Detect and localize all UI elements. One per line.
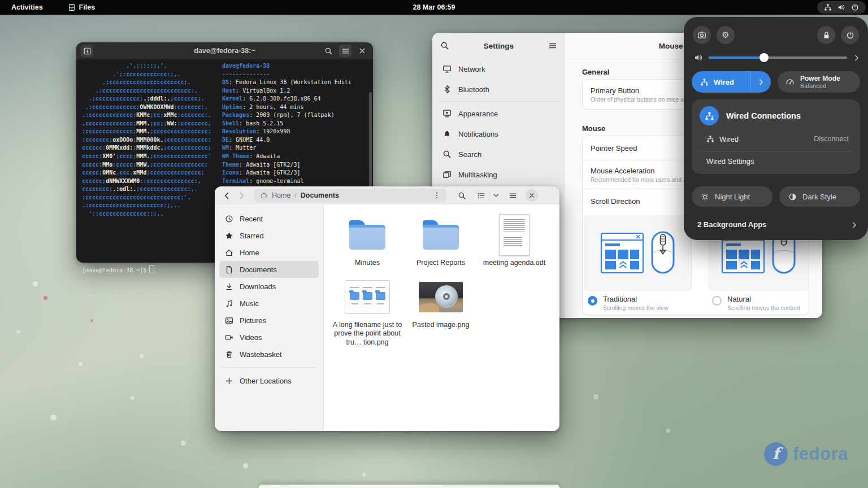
sidebar-item-label: Multitasking xyxy=(458,171,497,179)
disconnect-button[interactable]: Disconnect xyxy=(814,135,849,143)
wired-connection-row[interactable]: Wired Disconnect xyxy=(706,132,849,146)
lock-button[interactable] xyxy=(817,26,835,44)
divider xyxy=(700,151,852,152)
search-icon xyxy=(458,191,466,200)
file-item[interactable]: Minutes xyxy=(331,211,404,268)
sidebar-item-label: Network xyxy=(458,65,485,73)
neofetch-ascii-logo: .',;::::;,'. .';:cccccccccccc:;,. .;cccc… xyxy=(82,62,211,218)
breadcrumb[interactable]: Home / Documents xyxy=(254,189,446,202)
settings-sidebar-header[interactable]: Settings xyxy=(432,33,565,59)
files-sidebar-item-other-locations[interactable]: Other Locations xyxy=(219,372,319,389)
wired-network-icon xyxy=(824,3,832,11)
files-search-button[interactable] xyxy=(454,188,469,203)
traditional-option[interactable]: Traditional Scrolling moves the view xyxy=(588,295,669,311)
breadcrumb-root[interactable]: Home xyxy=(272,191,290,199)
night-light-toggle[interactable]: Night Light xyxy=(692,186,772,207)
files-sidebar-item-pictures[interactable]: Pictures xyxy=(219,312,319,329)
files-sidebar-label: Music xyxy=(240,299,259,308)
photo-thumbnail xyxy=(419,282,463,312)
settings-search-button[interactable] xyxy=(437,38,453,54)
top-bar: Activities Files 28 Mar 06:59 xyxy=(0,0,868,15)
chevron-right-icon[interactable] xyxy=(853,54,860,62)
screenshot-button[interactable] xyxy=(693,26,711,44)
files-sidebar-item-starred[interactable]: Starred xyxy=(219,227,319,244)
list-view-icon xyxy=(477,191,485,200)
files-sidebar-item-recent[interactable]: Recent xyxy=(219,210,319,227)
traditional-scroll-illustration[interactable] xyxy=(584,216,692,290)
files-sidebar-label: Starred xyxy=(240,232,264,240)
files-sidebar-item-music[interactable]: Music xyxy=(219,295,319,312)
natural-radio[interactable] xyxy=(712,296,722,306)
power-button[interactable] xyxy=(841,26,859,44)
wired-network-icon xyxy=(700,78,709,86)
file-item[interactable]: A long filename just to prove the point … xyxy=(331,273,404,347)
wired-settings-button[interactable]: Wired Settings xyxy=(706,157,754,165)
forward-button[interactable] xyxy=(234,188,249,203)
file-item[interactable]: Project Reports xyxy=(404,211,478,268)
music-icon xyxy=(225,299,233,308)
search-icon xyxy=(440,41,449,50)
view-toggle-button[interactable] xyxy=(477,191,500,200)
natural-desc: Scrolling moves the content xyxy=(727,304,800,311)
file-item[interactable]: meeting agenda.odt xyxy=(478,211,551,268)
settings-shortcut-button[interactable]: ⚙ xyxy=(717,26,735,44)
files-headerbar[interactable]: Home / Documents xyxy=(215,186,559,205)
files-sidebar-item-home[interactable]: Home xyxy=(219,244,319,261)
terminal-search-button[interactable] xyxy=(322,45,335,57)
divider xyxy=(489,191,489,200)
files-sidebar-item-wastebasket[interactable]: Wastebasket xyxy=(219,346,319,363)
system-tray[interactable] xyxy=(817,1,866,14)
lock-icon xyxy=(822,31,831,40)
breadcrumb-current[interactable]: Documents xyxy=(301,191,339,199)
wired-tile[interactable]: Wired xyxy=(692,71,771,93)
clock[interactable]: 28 Mar 06:59 xyxy=(0,3,868,11)
hamburger-menu-icon xyxy=(509,191,517,200)
background-apps-row[interactable]: 2 Background Apps xyxy=(697,216,858,233)
files-content[interactable]: MinutesProject Reportsmeeting agenda.odt… xyxy=(324,204,559,431)
bell-icon xyxy=(442,129,452,138)
files-close-button[interactable] xyxy=(526,189,538,202)
wired-connections-section: Wired Connections Wired Disconnect Wired… xyxy=(692,99,860,174)
night-light-label: Night Light xyxy=(715,193,750,201)
terminal-headerbar[interactable]: dave@fedora-38:~ xyxy=(76,42,373,59)
files-sidebar-item-documents[interactable]: Documents xyxy=(219,261,319,278)
activities-button[interactable]: Activities xyxy=(7,2,47,12)
speaker-icon xyxy=(694,53,703,62)
path-menu-button[interactable] xyxy=(433,191,441,200)
natural-option[interactable]: Natural Scrolling moves the content xyxy=(712,295,800,311)
power-mode-tile[interactable]: Power Mode Balanced xyxy=(778,71,860,93)
files-menu-button[interactable] xyxy=(505,188,520,203)
dark-style-toggle[interactable]: Dark Style xyxy=(779,186,860,207)
sidebar-item-label: Notifications xyxy=(458,130,498,138)
hidden-window-edge[interactable] xyxy=(259,485,559,488)
terminal-close-button[interactable] xyxy=(356,45,368,57)
night-light-sun-icon xyxy=(701,193,709,201)
terminal-menu-button[interactable] xyxy=(339,45,351,57)
magnifier-icon xyxy=(442,150,452,159)
files-sidebar-item-downloads[interactable]: Downloads xyxy=(219,278,319,295)
file-item[interactable]: Pasted image.png xyxy=(404,273,478,347)
wired-connections-title: Wired Connections xyxy=(726,111,801,120)
files-sidebar-item-videos[interactable]: Videos xyxy=(219,329,319,346)
sidebar-item-notifications[interactable]: Notifications xyxy=(437,124,561,144)
sidebar-item-search[interactable]: Search xyxy=(437,144,561,164)
power-icon xyxy=(846,31,854,40)
focused-app-menu[interactable]: Files xyxy=(68,3,96,11)
folder-icon xyxy=(423,220,459,250)
wired-expand-button[interactable] xyxy=(750,71,771,93)
sidebar-item-appearance[interactable]: Appearance xyxy=(437,103,561,124)
traditional-label: Traditional xyxy=(603,295,669,303)
chevron-right-icon xyxy=(757,79,765,86)
sidebar-item-multitasking[interactable]: Multitasking xyxy=(437,164,561,185)
back-button[interactable] xyxy=(219,188,234,203)
volume-knob[interactable] xyxy=(760,53,769,62)
focused-app-name: Files xyxy=(79,3,96,11)
sidebar-item-network[interactable]: Network xyxy=(437,59,561,79)
traditional-radio[interactable] xyxy=(588,296,597,306)
settings-menu-button[interactable] xyxy=(545,38,561,54)
fedora-watermark: f fedora xyxy=(764,442,848,466)
sidebar-item-bluetooth[interactable]: Bluetooth xyxy=(437,79,561,99)
volume-slider[interactable] xyxy=(709,56,847,59)
wired-network-icon xyxy=(705,111,714,121)
half-moon-icon xyxy=(788,193,797,201)
